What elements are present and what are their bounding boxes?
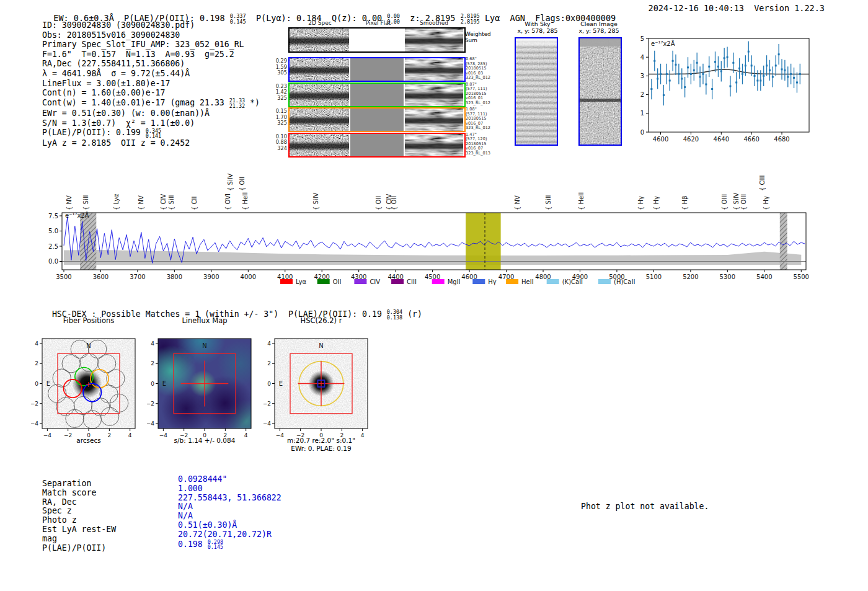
x-tick-label: 4000 xyxy=(241,273,256,280)
cutout-row xyxy=(288,82,466,107)
legend-swatch xyxy=(317,279,330,284)
legend-item: (K)CaII xyxy=(547,278,583,285)
match-row-label: Spec z xyxy=(42,507,116,516)
y-tick-label: 7.5 xyxy=(48,213,58,220)
smoothed-strip xyxy=(405,29,463,51)
y-tick-label: −4 xyxy=(147,420,154,427)
legend-swatch xyxy=(547,279,559,284)
y-tick-label: −4 xyxy=(264,420,271,427)
match-row-value: 20.72(20.71,20.72)R xyxy=(178,530,281,540)
legend-swatch xyxy=(354,279,366,284)
page: { "header": { "s1": "EW: 0.6±0.3Å P(LAE)… xyxy=(0,0,868,591)
match-row-label: Photo z xyxy=(42,516,116,525)
legend-item: Hγ xyxy=(472,278,497,285)
smoothed-strip xyxy=(405,134,463,156)
stacked-uncertainty: 21.3321.32 xyxy=(229,98,245,109)
y-tick-label: 0 xyxy=(640,129,644,136)
smoothed-strip xyxy=(405,109,463,131)
emission-line-label: { CII xyxy=(191,197,198,210)
match-row-value: 0.198 0.2980.145 xyxy=(178,540,281,550)
legend-label: CIV xyxy=(370,278,380,285)
legend-label: Hγ xyxy=(488,278,497,285)
header-datetime: 2024-12-16 10:40:13 Version 1.22.3 xyxy=(649,3,825,13)
emission-line-label: { SiIV xyxy=(227,173,234,191)
match-row-value: N/A xyxy=(178,512,281,521)
fiber-positions-panel: Fiber Positions −4−4−2−2002244NE arcsecs xyxy=(31,315,149,448)
legend-item: CIV xyxy=(354,278,380,285)
legend-label: Lyα xyxy=(296,278,307,285)
lineflux-xlabel: s/b: 1.14 +/- 0.084 xyxy=(152,437,257,444)
photz-note: Phot z plot not available. xyxy=(581,502,709,511)
stacked-uncertainty: 0.3450.141 xyxy=(146,128,161,139)
legend-label: MgII xyxy=(448,278,461,285)
emission-line-label: { OII xyxy=(391,196,397,210)
x-tick-label: 3900 xyxy=(203,273,219,280)
emission-line-label: { HeII xyxy=(578,192,585,210)
emission-line-label: { OII xyxy=(239,177,246,191)
fiber-info-value: 323_RL_013 xyxy=(466,151,497,156)
y-tick-label: 0 xyxy=(151,381,154,387)
legend-swatch xyxy=(472,279,485,284)
y-tick-label: 2 xyxy=(267,360,271,367)
pixelflat-strip xyxy=(350,58,404,81)
cutout-rows: 0.291.593050.68"(578, 285)20180515v016_0… xyxy=(275,19,498,161)
match-row-label: Match score xyxy=(42,489,116,498)
x-tick-label: 5100 xyxy=(646,273,662,280)
emission-line-label: { Hγ xyxy=(653,196,660,210)
match-row-label: P(LAE)/P(OII) xyxy=(42,544,116,553)
weighted-sum-row xyxy=(288,27,466,53)
source-blob xyxy=(73,369,102,399)
fiber-info-value: 323_RL_012 xyxy=(466,101,497,106)
y-tick-label: 0 xyxy=(267,381,271,387)
legend-item: HeII xyxy=(506,278,534,285)
x-tick-label: 4640 xyxy=(714,136,729,143)
legend-swatch xyxy=(598,279,611,284)
2dspec-strip xyxy=(290,58,349,81)
zoom-ylabel: e⁻¹⁷x2Å xyxy=(651,40,675,47)
sky-panels: With Sky x, y: 578, 285 Clean Image x, y… xyxy=(508,20,629,151)
x-tick-label: 3600 xyxy=(93,273,108,280)
info-line: LyA z = 2.8185 OII z = 0.2452 xyxy=(42,138,260,148)
x-tick-label: 4680 xyxy=(774,136,789,143)
compass-east-label: E xyxy=(279,380,283,387)
emission-line-label: { HeII xyxy=(242,192,249,210)
emission-line-label: { Hγ xyxy=(637,196,644,210)
emission-line-label: { OII xyxy=(375,196,382,210)
main-ylabel: e⁻¹⁷x2Å xyxy=(65,211,89,219)
x-tick-label: 5200 xyxy=(683,273,698,280)
emission-line-label: { SiII xyxy=(545,195,552,210)
emission-line-label: { NV xyxy=(514,195,521,210)
y-tick-label: 4 xyxy=(151,340,154,347)
pixelflat-strip xyxy=(350,109,404,131)
emission-line-label: { NV xyxy=(138,195,144,210)
legend-label: HeII xyxy=(521,278,534,285)
cutout-row-right-labels: 0.68"(578, 285)20180515v016_03323_RL_012 xyxy=(466,57,497,81)
x-tick-label: 3700 xyxy=(130,273,145,280)
y-tick-label: 2.5 xyxy=(48,243,58,250)
match-table-values: 0.0928444"1.000227.558443, 51.366822N/AN… xyxy=(178,475,281,549)
emission-line-label: { OIII xyxy=(740,194,747,210)
cutout-row xyxy=(288,57,466,82)
info-line: RA,Dec (227.558411,51.366806) xyxy=(42,59,260,69)
cutout-row-left-labels: 0.151.70325 xyxy=(275,109,287,127)
zoom-spectrum-plot: 01234546004620464046604680e⁻¹⁷x2Å xyxy=(632,28,837,146)
info-line: S/N = 1.3(±0.7) χ² = 1.1(±0.0) xyxy=(42,118,260,128)
match-row-value: 227.558443, 51.366822 xyxy=(178,494,281,503)
emission-line-label: { CIV xyxy=(160,194,167,210)
emission-line-label: { SiIV xyxy=(733,192,740,210)
legend-swatch xyxy=(391,279,404,284)
2dspec-strip xyxy=(290,84,349,106)
hsc-plae-uncertainty: 0.3040.138 xyxy=(387,309,402,320)
y-tick-label: −2 xyxy=(31,401,38,407)
fiber-positions-plot: −4−4−2−2002244NE xyxy=(31,324,149,448)
y-tick-label: 5 xyxy=(640,35,644,42)
cutout-row-left-labels: 0.291.59305 xyxy=(275,58,287,76)
emission-line-label: { SiIV xyxy=(312,192,319,210)
match-row-label: mag xyxy=(42,535,116,544)
fiber-info-value: 323_RL_012 xyxy=(466,76,497,81)
x-tick-label: 3800 xyxy=(167,273,182,280)
cutout-row-right-labels: 0.87"(577, 111)20180515v016_01323_RL_012 xyxy=(466,82,497,106)
y-tick-label: 4 xyxy=(267,340,271,347)
emission-line-label: { OIII xyxy=(721,194,728,210)
emission-line-label: { NV xyxy=(66,195,73,210)
